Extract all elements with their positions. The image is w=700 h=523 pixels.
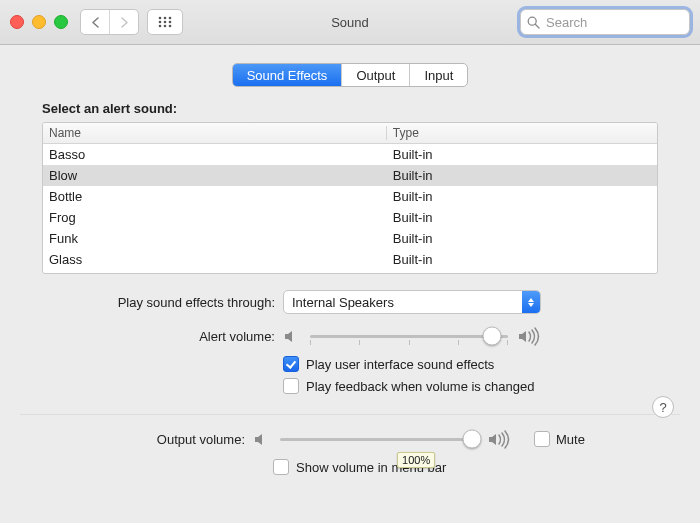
output-volume-label: Output volume: (0, 432, 253, 447)
cell-name: Bottle (43, 189, 387, 204)
mute-checkbox-row[interactable]: Mute (534, 431, 585, 447)
ui-sounds-checkbox-row[interactable]: Play user interface sound effects (283, 356, 680, 372)
cell-name: Blow (43, 168, 387, 183)
cell-name: Frog (43, 210, 387, 225)
forward-button[interactable] (109, 10, 138, 34)
play-through-row: Play sound effects through: Internal Spe… (20, 290, 680, 314)
tab-sound-effects[interactable]: Sound Effects (233, 64, 342, 86)
checkbox-icon[interactable] (273, 459, 289, 475)
volume-low-icon (253, 431, 270, 448)
help-button[interactable]: ? (652, 396, 674, 418)
tab-output[interactable]: Output (341, 64, 409, 86)
alert-volume-row: Alert volume: (20, 326, 680, 346)
play-through-value: Internal Speakers (292, 295, 394, 310)
cell-name: Glass (43, 252, 387, 267)
cell-type: Built-in (387, 147, 657, 162)
table-row[interactable]: GlassBuilt-in (43, 249, 657, 270)
play-through-select[interactable]: Internal Speakers (283, 290, 541, 314)
section-heading: Select an alert sound: (42, 101, 680, 116)
ui-sounds-label: Play user interface sound effects (306, 357, 494, 372)
feedback-label: Play feedback when volume is changed (306, 379, 534, 394)
table-row[interactable]: FunkBuilt-in (43, 228, 657, 249)
svg-point-4 (164, 21, 167, 24)
volume-high-icon (488, 430, 512, 449)
column-type[interactable]: Type (387, 126, 657, 140)
cell-type: Built-in (387, 252, 657, 267)
mute-label: Mute (556, 432, 585, 447)
checkbox-icon[interactable] (534, 431, 550, 447)
show-all-button[interactable] (147, 9, 183, 35)
tab-input[interactable]: Input (409, 64, 467, 86)
minimize-window-button[interactable] (32, 15, 46, 29)
svg-point-1 (164, 17, 167, 20)
table-header: Name Type (43, 123, 657, 144)
svg-point-5 (169, 21, 172, 24)
play-through-label: Play sound effects through: (20, 295, 283, 310)
svg-point-2 (169, 17, 172, 20)
zoom-window-button[interactable] (54, 15, 68, 29)
divider (20, 414, 680, 415)
checkbox-icon[interactable] (283, 356, 299, 372)
column-name[interactable]: Name (43, 126, 387, 140)
menubar-checkbox-row[interactable]: Show volume in menu bar (273, 459, 680, 475)
alert-volume-label: Alert volume: (20, 329, 283, 344)
svg-point-6 (159, 25, 162, 28)
svg-point-8 (169, 25, 172, 28)
search-field[interactable] (520, 9, 690, 35)
menubar-label: Show volume in menu bar (296, 460, 446, 475)
cell-name: Basso (43, 147, 387, 162)
svg-line-10 (535, 24, 539, 28)
cell-type: Built-in (387, 168, 657, 183)
nav-buttons (80, 9, 139, 35)
alert-sounds-table: Name Type BassoBuilt-inBlowBuilt-inBottl… (42, 122, 658, 274)
output-volume-slider[interactable] (280, 429, 478, 449)
slider-knob[interactable] (463, 430, 482, 449)
cell-name: Funk (43, 231, 387, 246)
table-body[interactable]: BassoBuilt-inBlowBuilt-inBottleBuilt-inF… (43, 144, 657, 274)
search-icon (527, 16, 540, 29)
table-row[interactable]: BottleBuilt-in (43, 186, 657, 207)
table-row[interactable]: BassoBuilt-in (43, 144, 657, 165)
volume-low-icon (283, 328, 300, 345)
search-input[interactable] (544, 14, 683, 31)
title-bar: Sound (0, 0, 700, 45)
select-stepper-icon (522, 291, 540, 313)
cell-type: Built-in (387, 231, 657, 246)
table-row[interactable]: FrogBuilt-in (43, 207, 657, 228)
cell-type: Built-in (387, 189, 657, 204)
table-row[interactable]: BlowBuilt-in (43, 165, 657, 186)
slider-knob[interactable] (483, 327, 502, 346)
svg-point-3 (159, 21, 162, 24)
window-controls (10, 15, 68, 29)
cell-type: Built-in (387, 210, 657, 225)
svg-point-7 (164, 25, 167, 28)
feedback-checkbox-row[interactable]: Play feedback when volume is changed (283, 378, 680, 394)
volume-high-icon (518, 327, 542, 346)
checkbox-icon[interactable] (283, 378, 299, 394)
output-volume-row: Output volume: Mute (0, 429, 680, 449)
back-button[interactable] (81, 10, 109, 34)
close-window-button[interactable] (10, 15, 24, 29)
svg-point-0 (159, 17, 162, 20)
alert-volume-slider[interactable] (310, 326, 508, 346)
tab-bar: Sound Effects Output Input (0, 63, 700, 87)
